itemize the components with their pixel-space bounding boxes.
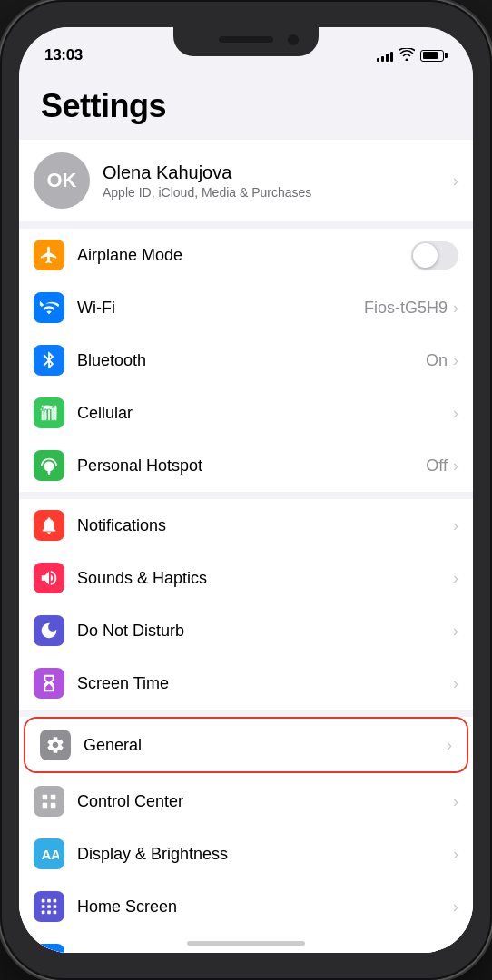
notifications-chevron: ›: [453, 516, 458, 535]
cellular-icon-wrap: [34, 397, 64, 428]
svg-rect-8: [51, 795, 56, 800]
signal-icon: [377, 49, 393, 62]
status-time: 13:03: [44, 46, 83, 64]
notch: [173, 27, 319, 56]
hotspot-value: Off: [426, 456, 448, 475]
display-brightness-row[interactable]: AA Display & Brightness ›: [19, 828, 473, 880]
svg-rect-20: [54, 911, 57, 915]
sounds-haptics-chevron: ›: [453, 569, 458, 588]
bluetooth-icon-wrap: [34, 345, 64, 376]
do-not-disturb-row[interactable]: Do Not Disturb ›: [19, 604, 473, 657]
control-center-row[interactable]: Control Center ›: [19, 775, 473, 828]
svg-rect-1: [44, 412, 46, 419]
hotspot-icon-wrap: [34, 450, 64, 481]
home-screen-label: Home Screen: [77, 897, 453, 916]
svg-rect-13: [47, 899, 51, 903]
status-bar: 13:03: [19, 27, 473, 73]
speaker: [219, 36, 273, 43]
svg-rect-6: [48, 473, 50, 475]
sounds-haptics-row[interactable]: Sounds & Haptics ›: [19, 552, 473, 604]
screen-time-row[interactable]: Screen Time ›: [19, 657, 473, 710]
wifi-value: Fios-tG5H9: [364, 299, 448, 318]
hourglass-icon: [39, 673, 59, 693]
phone-screen: 13:03: [19, 27, 473, 953]
wifi-row[interactable]: Wi-Fi Fios-tG5H9 ›: [19, 281, 473, 334]
bluetooth-value: On: [426, 351, 448, 370]
svg-rect-14: [54, 899, 57, 903]
moon-icon: [39, 621, 59, 641]
home-screen-row[interactable]: Home Screen ›: [19, 880, 473, 933]
general-label: General: [84, 736, 447, 755]
general-row[interactable]: General ›: [25, 719, 467, 771]
hotspot-label: Personal Hotspot: [77, 456, 426, 475]
home-indicator: [187, 941, 305, 946]
notifications-icon-wrap: [34, 510, 64, 541]
svg-rect-17: [54, 905, 57, 908]
accessibility-label: Accessibility: [77, 950, 453, 954]
airplane-icon: [39, 245, 59, 265]
profile-chevron: ›: [453, 172, 458, 191]
home-screen-chevron: ›: [453, 897, 458, 916]
svg-rect-19: [47, 911, 51, 915]
notifications-label: Notifications: [77, 516, 453, 535]
bluetooth-row[interactable]: Bluetooth On ›: [19, 334, 473, 387]
page-title: Settings: [19, 73, 473, 136]
sounds-icon: [39, 568, 59, 588]
bluetooth-chevron: ›: [453, 351, 458, 370]
bluetooth-icon: [39, 350, 59, 370]
accessibility-icon: [39, 949, 59, 953]
home-screen-icon: [39, 897, 59, 916]
notifications-icon: [39, 515, 59, 535]
camera: [288, 34, 299, 45]
home-screen-icon-wrap: [34, 891, 64, 922]
system-section: General › Control Center: [19, 717, 473, 953]
airplane-mode-icon-wrap: [34, 240, 64, 270]
svg-text:AA: AA: [42, 848, 59, 862]
cellular-chevron: ›: [453, 404, 458, 423]
dnd-label: Do Not Disturb: [77, 622, 453, 641]
control-center-icon-wrap: [34, 786, 64, 817]
notifications-row[interactable]: Notifications ›: [19, 499, 473, 552]
svg-rect-3: [52, 408, 54, 420]
svg-point-21: [47, 951, 51, 953]
accessibility-chevron: ›: [453, 950, 458, 954]
airplane-mode-label: Airplane Mode: [77, 246, 411, 265]
hotspot-icon: [39, 456, 59, 475]
svg-rect-7: [43, 795, 48, 800]
general-icon-wrap: [40, 730, 71, 760]
connectivity-section: Airplane Mode Wi-Fi Fios-tG5H9 ›: [19, 229, 473, 492]
accessibility-icon-wrap: [34, 944, 64, 953]
profile-name: Olena Kahujova: [103, 162, 453, 183]
notifications-section: Notifications › Sounds & Haptics ›: [19, 499, 473, 710]
svg-rect-16: [47, 905, 51, 908]
svg-rect-18: [42, 911, 45, 915]
content-area: Settings OK Olena Kahujova Apple ID, iCl…: [19, 73, 473, 953]
battery-icon: [420, 50, 448, 62]
display-icon-wrap: AA: [34, 838, 64, 869]
profile-row[interactable]: OK Olena Kahujova Apple ID, iCloud, Medi…: [19, 140, 473, 221]
screen-time-label: Screen Time: [77, 674, 453, 693]
svg-rect-4: [54, 407, 56, 420]
dnd-chevron: ›: [453, 622, 458, 641]
general-highlight: General ›: [24, 717, 468, 773]
profile-section: OK Olena Kahujova Apple ID, iCloud, Medi…: [19, 140, 473, 221]
svg-rect-15: [42, 905, 45, 908]
svg-rect-10: [51, 803, 56, 808]
general-chevron: ›: [447, 736, 452, 755]
bluetooth-label: Bluetooth: [77, 351, 426, 370]
display-brightness-label: Display & Brightness: [77, 845, 453, 864]
airplane-mode-toggle[interactable]: [411, 241, 458, 270]
sounds-haptics-label: Sounds & Haptics: [77, 569, 453, 588]
airplane-mode-row[interactable]: Airplane Mode: [19, 229, 473, 281]
wifi-chevron: ›: [453, 299, 458, 318]
wifi-settings-icon: [39, 298, 59, 318]
hotspot-chevron: ›: [453, 456, 458, 475]
wifi-icon-wrap: [34, 292, 64, 323]
personal-hotspot-row[interactable]: Personal Hotspot Off ›: [19, 439, 473, 492]
status-icons: [377, 48, 448, 64]
sounds-icon-wrap: [34, 563, 64, 593]
svg-rect-2: [48, 409, 50, 419]
profile-info: Olena Kahujova Apple ID, iCloud, Media &…: [103, 162, 453, 200]
cellular-label: Cellular: [77, 404, 453, 423]
cellular-row[interactable]: Cellular ›: [19, 387, 473, 439]
